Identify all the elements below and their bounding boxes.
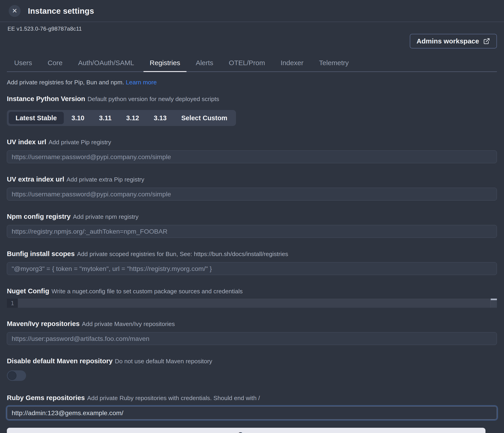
maven-ivy-repositories-label: Maven/Ivy repositories (7, 320, 80, 327)
python-option-3-11[interactable]: 3.11 (92, 112, 118, 124)
npm-config-registry-description: Add private npm registry (73, 213, 139, 220)
tab-alerts[interactable]: Alerts (189, 56, 220, 71)
disable-default-maven-label: Disable default Maven repository (7, 357, 113, 365)
uv-extra-index-url-input[interactable] (7, 188, 497, 201)
admins-workspace-row: Admins workspace (7, 34, 497, 48)
field-ruby-gems-repositories: Ruby Gems repositoriesAdd private Ruby r… (7, 394, 497, 420)
nuget-config-label: Nuget Config (7, 287, 49, 295)
editor-minimap-slider[interactable] (491, 299, 497, 300)
python-version-selector: Latest Stable 3.10 3.11 3.12 3.13 Select… (7, 110, 236, 126)
python-option-select-custom[interactable]: Select Custom (174, 112, 234, 124)
maven-ivy-repositories-description: Add private Maven/Ivy repositories (82, 320, 175, 327)
admins-workspace-button[interactable]: Admins workspace (410, 34, 497, 48)
intro-note: Add private registries for Pip, Bun and … (7, 79, 497, 86)
uv-index-url-input[interactable] (7, 150, 497, 163)
nuget-config-description: Write a nuget.config file to set custom … (52, 288, 243, 295)
close-icon: ✕ (12, 8, 17, 14)
tab-users[interactable]: Users (8, 56, 38, 71)
clipped-heading-text: Windmill (8, 22, 33, 23)
page-title: Instance settings (28, 6, 94, 16)
save-button[interactable]: Save (7, 428, 486, 433)
python-option-3-10[interactable]: 3.10 (65, 112, 91, 124)
intro-text: Add private registries for Pip, Bun and … (7, 79, 124, 86)
python-option-3-13[interactable]: 3.13 (147, 112, 173, 124)
editor-code-area[interactable] (18, 299, 491, 308)
external-link-icon (483, 38, 490, 44)
python-version-section: Instance Python VersionDefault python ve… (7, 95, 497, 126)
bunfig-install-scopes-input[interactable] (7, 262, 497, 275)
nuget-config-code-editor[interactable]: 1 (7, 299, 497, 308)
ruby-gems-repositories-label: Ruby Gems repositories (7, 394, 85, 401)
python-version-title: Instance Python Version (7, 95, 85, 102)
disable-default-maven-toggle[interactable] (7, 370, 26, 381)
python-option-3-12[interactable]: 3.12 (119, 112, 146, 124)
tab-bar: Users Core Auth/OAuth/SAML Registries Al… (7, 56, 497, 72)
field-uv-index-url: UV index urlAdd private Pip registry (7, 138, 497, 163)
editor-line-number: 1 (7, 299, 18, 308)
tab-indexer[interactable]: Indexer (274, 56, 310, 71)
field-nuget-config: Nuget ConfigWrite a nuget.config file to… (7, 287, 497, 308)
toggle-knob (8, 371, 17, 380)
version-label: EE v1.523.0-76-g98787a8c11 (8, 26, 497, 32)
uv-extra-index-url-label: UV extra index url (7, 175, 64, 183)
tab-registries[interactable]: Registries (143, 56, 187, 71)
field-uv-extra-index-url: UV extra index urlAdd private extra Pip … (7, 175, 497, 201)
bunfig-install-scopes-description: Add private scoped registries for Bun, S… (77, 251, 288, 257)
learn-more-link[interactable]: Learn more (126, 79, 157, 86)
field-npm-config-registry: Npm config registryAdd private npm regis… (7, 212, 497, 238)
tab-telemetry[interactable]: Telemetry (313, 56, 355, 71)
clipped-scrolled-heading: Windmill (8, 22, 33, 24)
npm-config-registry-input[interactable] (7, 225, 497, 238)
maven-ivy-repositories-input[interactable] (7, 332, 497, 345)
python-version-header: Instance Python VersionDefault python ve… (7, 95, 497, 104)
ruby-gems-repositories-input[interactable] (7, 406, 497, 420)
python-version-description: Default python version for newly deploye… (88, 96, 219, 102)
top-bar: ✕ Instance settings (0, 0, 504, 22)
field-maven-ivy-repositories: Maven/Ivy repositoriesAdd private Maven/… (7, 320, 497, 345)
admins-workspace-label: Admins workspace (417, 37, 479, 45)
tab-otel-prom[interactable]: OTEL/Prom (223, 56, 271, 71)
field-bunfig-install-scopes: Bunfig install scopesAdd private scoped … (7, 250, 497, 275)
disable-default-maven-description: Do not use default Maven repository (115, 358, 212, 365)
npm-config-registry-label: Npm config registry (7, 213, 71, 220)
tab-auth-oauth-saml[interactable]: Auth/OAuth/SAML (72, 56, 140, 71)
ruby-gems-repositories-description: Add private Ruby repositories with crede… (87, 395, 260, 401)
tab-core[interactable]: Core (41, 56, 69, 71)
field-disable-default-maven: Disable default Maven repositoryDo not u… (7, 357, 497, 382)
uv-index-url-description: Add private Pip registry (48, 139, 111, 146)
uv-extra-index-url-description: Add private extra Pip registry (67, 176, 144, 183)
settings-panel: Windmill EE v1.523.0-76-g98787a8c11 Admi… (0, 22, 504, 433)
python-option-latest-stable[interactable]: Latest Stable (9, 112, 64, 124)
uv-index-url-label: UV index url (7, 138, 46, 146)
close-button[interactable]: ✕ (9, 5, 21, 17)
editor-minimap (491, 299, 497, 308)
bunfig-install-scopes-label: Bunfig install scopes (7, 250, 75, 257)
